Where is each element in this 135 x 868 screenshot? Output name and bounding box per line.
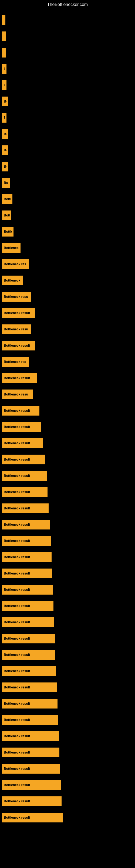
bar-label-11: Bottl — [4, 197, 11, 201]
bar-21: Bottleneck res — [2, 357, 29, 367]
bar-label-21: Bottleneck res — [4, 360, 26, 364]
bar-row-35: Bottleneck result — [0, 582, 135, 598]
bar-5: Bo — [2, 97, 8, 106]
bar-label-4: B — [4, 83, 5, 87]
bar-24: Bottleneck result — [2, 406, 39, 415]
bar-43: Bottleneck result — [2, 715, 58, 725]
bar-row-20: Bottleneck result — [0, 337, 135, 354]
bar-label-10: Bot — [4, 181, 8, 185]
bar-row-36: Bottleneck result — [0, 598, 135, 614]
bar-label-43: Bottleneck result — [4, 718, 30, 722]
bar-label-6: B — [4, 116, 5, 120]
bar-row-31: Bottleneck result — [0, 517, 135, 533]
bar-row-22: Bottleneck result — [0, 370, 135, 386]
bar-row-16: Bottleneck — [0, 272, 135, 289]
bar-label-29: Bottleneck result — [4, 490, 30, 494]
bar-row-38: Bottleneck result — [0, 630, 135, 647]
bar-41: Bottleneck result — [2, 682, 57, 692]
bar-label-2: F — [4, 51, 4, 55]
bar-32: Bottleneck result — [2, 536, 51, 546]
bar-38: Bottleneck result — [2, 633, 55, 643]
bar-label-38: Bottleneck result — [4, 637, 30, 641]
bar-7: Bo — [2, 129, 8, 139]
bar-1: F — [2, 31, 6, 41]
bar-14: Bottlenec — [2, 243, 20, 253]
bar-10: Bot — [2, 178, 10, 188]
bar-11: Bottl — [2, 194, 12, 204]
bar-row-15: Bottleneck res — [0, 256, 135, 272]
bar-row-28: Bottleneck result — [0, 468, 135, 484]
bar-9: Bo — [2, 162, 8, 172]
bar-row-40: Bottleneck result — [0, 663, 135, 679]
bar-18: Bottleneck result — [2, 308, 35, 318]
bar-20: Bottleneck result — [2, 341, 35, 350]
bar-row-47: Bottleneck result — [0, 777, 135, 793]
bar-25: Bottleneck result — [2, 422, 41, 432]
bar-13: Bottle — [2, 227, 13, 237]
bar-label-37: Bottleneck result — [4, 620, 30, 624]
bar-35: Bottleneck result — [2, 585, 53, 595]
bar-row-6: B — [0, 110, 135, 126]
bar-row-7: Bo — [0, 126, 135, 142]
bar-31: Bottleneck result — [2, 520, 50, 529]
bar-label-39: Bottleneck result — [4, 653, 30, 657]
bar-15: Bottleneck res — [2, 259, 29, 269]
bar-row-14: Bottlenec — [0, 240, 135, 256]
bar-36: Bottleneck result — [2, 601, 53, 611]
bar-12: Bott — [2, 211, 11, 220]
bar-row-34: Bottleneck result — [0, 565, 135, 582]
bar-row-0 — [0, 12, 135, 28]
bar-row-44: Bottleneck result — [0, 728, 135, 744]
bar-label-48: Bottleneck result — [4, 799, 30, 803]
bar-row-37: Bottleneck result — [0, 614, 135, 630]
bar-17: Bottleneck resu — [2, 292, 31, 302]
bar-label-35: Bottleneck result — [4, 588, 30, 592]
bar-2: F — [2, 48, 6, 58]
bar-label-47: Bottleneck result — [4, 783, 30, 787]
bar-label-45: Bottleneck result — [4, 750, 30, 754]
bar-27: Bottleneck result — [2, 455, 45, 464]
bar-label-30: Bottleneck result — [4, 506, 30, 510]
bar-row-3: B — [0, 61, 135, 77]
bar-8: Bo — [2, 145, 8, 155]
bar-row-19: Bottleneck resu — [0, 321, 135, 337]
bar-19: Bottleneck resu — [2, 324, 31, 334]
bar-row-12: Bott — [0, 207, 135, 223]
bar-row-9: Bo — [0, 158, 135, 175]
bar-row-30: Bottleneck result — [0, 500, 135, 517]
bar-row-32: Bottleneck result — [0, 533, 135, 549]
bar-46: Bottleneck result — [2, 764, 60, 774]
bar-30: Bottleneck result — [2, 503, 49, 513]
bar-label-17: Bottleneck resu — [4, 295, 28, 299]
bar-label-18: Bottleneck result — [4, 311, 30, 315]
bar-row-26: Bottleneck result — [0, 435, 135, 452]
bar-29: Bottleneck result — [2, 487, 48, 497]
bar-row-2: F — [0, 44, 135, 61]
bar-row-4: B — [0, 77, 135, 93]
bar-label-24: Bottleneck result — [4, 409, 30, 412]
bar-label-19: Bottleneck resu — [4, 328, 28, 331]
bar-6: B — [2, 113, 6, 123]
bar-row-46: Bottleneck result — [0, 761, 135, 777]
bar-33: Bottleneck result — [2, 552, 52, 562]
bar-label-3: B — [4, 67, 5, 71]
bar-row-11: Bottl — [0, 191, 135, 207]
bar-row-13: Bottle — [0, 223, 135, 240]
bar-row-45: Bottleneck result — [0, 744, 135, 761]
bar-42: Bottleneck result — [2, 699, 57, 709]
bar-label-13: Bottle — [4, 230, 12, 234]
bar-28: Bottleneck result — [2, 471, 47, 480]
bar-16: Bottleneck — [2, 276, 23, 285]
bar-row-17: Bottleneck resu — [0, 289, 135, 305]
bar-45: Bottleneck result — [2, 748, 59, 757]
bar-row-29: Bottleneck result — [0, 484, 135, 500]
bar-label-8: Bo — [4, 148, 6, 152]
bar-label-1: F — [4, 34, 4, 38]
bar-row-18: Bottleneck result — [0, 305, 135, 321]
bar-row-8: Bo — [0, 142, 135, 158]
bar-row-23: Bottleneck resu — [0, 386, 135, 403]
bar-label-25: Bottleneck result — [4, 425, 30, 429]
bar-label-44: Bottleneck result — [4, 734, 30, 738]
bar-label-5: Bo — [4, 99, 6, 103]
bar-row-43: Bottleneck result — [0, 712, 135, 728]
